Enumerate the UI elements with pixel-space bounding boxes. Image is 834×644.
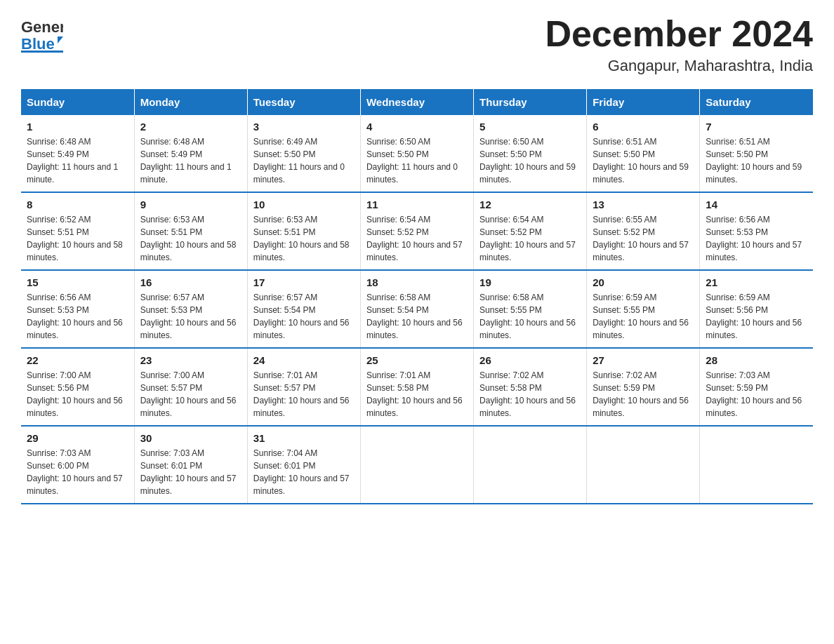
day-info: Sunrise: 6:56 AM Sunset: 5:53 PM Dayligh… <box>706 213 807 264</box>
day-info: Sunrise: 6:57 AM Sunset: 5:53 PM Dayligh… <box>140 291 241 342</box>
day-info: Sunrise: 6:59 AM Sunset: 5:56 PM Dayligh… <box>706 291 807 342</box>
day-info: Sunrise: 7:01 AM Sunset: 5:58 PM Dayligh… <box>366 369 468 420</box>
calendar-cell: 14 Sunrise: 6:56 AM Sunset: 5:53 PM Dayl… <box>700 192 813 270</box>
day-info: Sunrise: 7:03 AM Sunset: 5:59 PM Dayligh… <box>706 369 807 420</box>
calendar-cell: 8 Sunrise: 6:52 AM Sunset: 5:51 PM Dayli… <box>21 192 134 270</box>
calendar-cell: 31 Sunrise: 7:04 AM Sunset: 6:01 PM Dayl… <box>247 426 360 504</box>
svg-marker-2 <box>58 36 63 43</box>
calendar-cell: 13 Sunrise: 6:55 AM Sunset: 5:52 PM Dayl… <box>587 192 700 270</box>
day-number: 8 <box>27 199 128 210</box>
day-info: Sunrise: 6:50 AM Sunset: 5:50 PM Dayligh… <box>479 135 581 186</box>
calendar-cell <box>700 426 813 504</box>
day-info: Sunrise: 7:03 AM Sunset: 6:01 PM Dayligh… <box>140 447 241 497</box>
day-number: 3 <box>253 121 355 133</box>
week-row-5: 29 Sunrise: 7:03 AM Sunset: 6:00 PM Dayl… <box>21 426 813 504</box>
day-number: 11 <box>366 199 468 210</box>
calendar-cell: 21 Sunrise: 6:59 AM Sunset: 5:56 PM Dayl… <box>700 270 813 348</box>
calendar-cell: 20 Sunrise: 6:59 AM Sunset: 5:55 PM Dayl… <box>587 270 700 348</box>
calendar-cell: 30 Sunrise: 7:03 AM Sunset: 6:01 PM Dayl… <box>134 426 247 504</box>
title-block: December 2024 Gangapur, Maharashtra, Ind… <box>545 14 813 75</box>
day-info: Sunrise: 6:48 AM Sunset: 5:49 PM Dayligh… <box>27 135 128 186</box>
header-thursday: Thursday <box>474 89 587 115</box>
day-info: Sunrise: 6:54 AM Sunset: 5:52 PM Dayligh… <box>366 213 468 264</box>
week-row-1: 1 Sunrise: 6:48 AM Sunset: 5:49 PM Dayli… <box>21 115 813 192</box>
calendar-cell: 29 Sunrise: 7:03 AM Sunset: 6:00 PM Dayl… <box>21 426 134 504</box>
calendar-cell <box>360 426 473 504</box>
calendar-cell: 11 Sunrise: 6:54 AM Sunset: 5:52 PM Dayl… <box>360 192 473 270</box>
calendar-cell: 16 Sunrise: 6:57 AM Sunset: 5:53 PM Dayl… <box>134 270 247 348</box>
day-info: Sunrise: 7:04 AM Sunset: 6:01 PM Dayligh… <box>253 447 355 497</box>
day-info: Sunrise: 7:02 AM Sunset: 5:59 PM Dayligh… <box>593 369 694 420</box>
calendar-cell: 7 Sunrise: 6:51 AM Sunset: 5:50 PM Dayli… <box>700 115 813 192</box>
day-number: 26 <box>479 354 581 366</box>
day-number: 25 <box>366 354 468 366</box>
day-info: Sunrise: 7:00 AM Sunset: 5:56 PM Dayligh… <box>27 369 128 420</box>
day-number: 21 <box>706 276 807 288</box>
week-row-4: 22 Sunrise: 7:00 AM Sunset: 5:56 PM Dayl… <box>21 348 813 426</box>
calendar-cell <box>474 426 587 504</box>
day-info: Sunrise: 6:54 AM Sunset: 5:52 PM Dayligh… <box>479 213 581 264</box>
day-number: 4 <box>366 121 468 133</box>
day-number: 23 <box>140 354 241 366</box>
calendar-cell <box>587 426 700 504</box>
calendar-cell: 4 Sunrise: 6:50 AM Sunset: 5:50 PM Dayli… <box>360 115 473 192</box>
calendar-table: Sunday Monday Tuesday Wednesday Thursday… <box>21 89 813 504</box>
calendar-cell: 5 Sunrise: 6:50 AM Sunset: 5:50 PM Dayli… <box>474 115 587 192</box>
day-number: 2 <box>140 121 241 133</box>
day-number: 14 <box>706 199 807 210</box>
calendar-cell: 28 Sunrise: 7:03 AM Sunset: 5:59 PM Dayl… <box>700 348 813 426</box>
day-info: Sunrise: 7:03 AM Sunset: 6:00 PM Dayligh… <box>27 447 128 497</box>
day-info: Sunrise: 6:50 AM Sunset: 5:50 PM Dayligh… <box>366 135 468 186</box>
day-info: Sunrise: 6:48 AM Sunset: 5:49 PM Dayligh… <box>140 135 241 186</box>
day-number: 6 <box>593 121 694 133</box>
day-info: Sunrise: 6:57 AM Sunset: 5:54 PM Dayligh… <box>253 291 355 342</box>
day-info: Sunrise: 6:56 AM Sunset: 5:53 PM Dayligh… <box>27 291 128 342</box>
day-number: 30 <box>140 432 241 444</box>
svg-rect-3 <box>21 51 63 53</box>
calendar-cell: 24 Sunrise: 7:01 AM Sunset: 5:57 PM Dayl… <box>247 348 360 426</box>
calendar-location: Gangapur, Maharashtra, India <box>545 57 813 75</box>
calendar-cell: 18 Sunrise: 6:58 AM Sunset: 5:54 PM Dayl… <box>360 270 473 348</box>
day-number: 9 <box>140 199 241 210</box>
day-info: Sunrise: 6:55 AM Sunset: 5:52 PM Dayligh… <box>593 213 694 264</box>
calendar-cell: 19 Sunrise: 6:58 AM Sunset: 5:55 PM Dayl… <box>474 270 587 348</box>
day-info: Sunrise: 6:59 AM Sunset: 5:55 PM Dayligh… <box>593 291 694 342</box>
calendar-cell: 3 Sunrise: 6:49 AM Sunset: 5:50 PM Dayli… <box>247 115 360 192</box>
day-number: 16 <box>140 276 241 288</box>
calendar-cell: 26 Sunrise: 7:02 AM Sunset: 5:58 PM Dayl… <box>474 348 587 426</box>
day-info: Sunrise: 6:51 AM Sunset: 5:50 PM Dayligh… <box>706 135 807 186</box>
day-number: 20 <box>593 276 694 288</box>
day-info: Sunrise: 6:49 AM Sunset: 5:50 PM Dayligh… <box>253 135 355 186</box>
calendar-cell: 9 Sunrise: 6:53 AM Sunset: 5:51 PM Dayli… <box>134 192 247 270</box>
calendar-cell: 2 Sunrise: 6:48 AM Sunset: 5:49 PM Dayli… <box>134 115 247 192</box>
day-info: Sunrise: 6:51 AM Sunset: 5:50 PM Dayligh… <box>593 135 694 186</box>
day-number: 22 <box>27 354 128 366</box>
day-number: 24 <box>253 354 355 366</box>
calendar-cell: 12 Sunrise: 6:54 AM Sunset: 5:52 PM Dayl… <box>474 192 587 270</box>
day-info: Sunrise: 7:02 AM Sunset: 5:58 PM Dayligh… <box>479 369 581 420</box>
day-info: Sunrise: 6:52 AM Sunset: 5:51 PM Dayligh… <box>27 213 128 264</box>
day-info: Sunrise: 6:58 AM Sunset: 5:55 PM Dayligh… <box>479 291 581 342</box>
day-info: Sunrise: 7:01 AM Sunset: 5:57 PM Dayligh… <box>253 369 355 420</box>
calendar-cell: 1 Sunrise: 6:48 AM Sunset: 5:49 PM Dayli… <box>21 115 134 192</box>
day-number: 28 <box>706 354 807 366</box>
day-number: 17 <box>253 276 355 288</box>
day-number: 31 <box>253 432 355 444</box>
day-number: 10 <box>253 199 355 210</box>
day-number: 5 <box>479 121 581 133</box>
day-number: 15 <box>27 276 128 288</box>
header-saturday: Saturday <box>700 89 813 115</box>
calendar-cell: 25 Sunrise: 7:01 AM Sunset: 5:58 PM Dayl… <box>360 348 473 426</box>
logo-icon: General Blue <box>21 14 63 53</box>
day-number: 19 <box>479 276 581 288</box>
day-number: 27 <box>593 354 694 366</box>
calendar-cell: 23 Sunrise: 7:00 AM Sunset: 5:57 PM Dayl… <box>134 348 247 426</box>
header-monday: Monday <box>134 89 247 115</box>
day-number: 7 <box>706 121 807 133</box>
day-info: Sunrise: 6:58 AM Sunset: 5:54 PM Dayligh… <box>366 291 468 342</box>
week-row-3: 15 Sunrise: 6:56 AM Sunset: 5:53 PM Dayl… <box>21 270 813 348</box>
page-header: General Blue December 2024 Gangapur, Mah… <box>21 14 813 75</box>
weekday-header-row: Sunday Monday Tuesday Wednesday Thursday… <box>21 89 813 115</box>
header-wednesday: Wednesday <box>360 89 473 115</box>
header-sunday: Sunday <box>21 89 134 115</box>
